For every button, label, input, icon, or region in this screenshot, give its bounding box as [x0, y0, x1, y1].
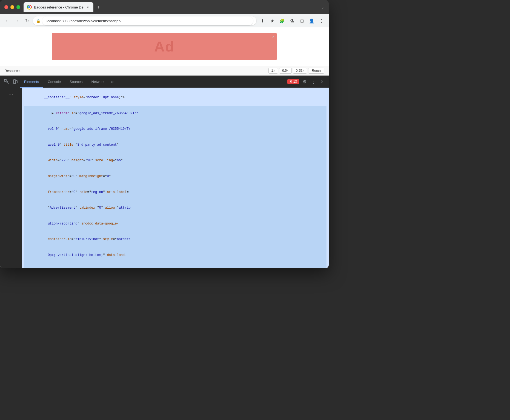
preview-05x-button[interactable]: 0.5×: [279, 68, 292, 74]
element-iframe-line-8: ution-reporting" srcdoc data-google-: [24, 216, 326, 232]
lock-icon: 🔒: [36, 19, 41, 23]
menu-icon[interactable]: ⋮: [318, 17, 325, 25]
error-icon: ✖: [290, 80, 292, 84]
extension-icon[interactable]: 🧩: [278, 17, 286, 25]
element-picker-icon[interactable]: [2, 77, 11, 86]
element-iframe-line-5: marginwidth="0" marginheight="0": [24, 169, 326, 185]
dt-sidebar: ...: [0, 88, 22, 268]
svg-rect-2: [16, 80, 17, 83]
resources-label: Resources: [4, 69, 21, 73]
tab-network[interactable]: Network: [87, 76, 109, 88]
element-line-1: __container__" style="border: 0pt none;"…: [24, 90, 326, 106]
more-tabs-button[interactable]: »: [109, 79, 116, 85]
elements-panel: __container__" style="border: 0pt none;"…: [22, 88, 329, 268]
profile-icon[interactable]: 👤: [308, 17, 316, 25]
back-button[interactable]: ←: [3, 17, 11, 25]
devtools-panel: Elements Console Sources Network » ✖ 13 …: [0, 76, 329, 268]
devtools-main: ... __container__" style="border: 0pt no…: [0, 88, 329, 268]
element-iframe-line-7: "Advertisement" tabindex="0" allow="attr…: [24, 200, 326, 216]
share-icon[interactable]: ⬆: [259, 17, 266, 25]
new-tab-button[interactable]: +: [94, 3, 103, 11]
devtools-tab-bar: Elements Console Sources Network » ✖ 13 …: [0, 76, 329, 88]
svg-rect-0: [4, 79, 6, 81]
lab-icon[interactable]: ⚗: [288, 17, 296, 25]
traffic-lights: [4, 5, 20, 9]
preview-bar: Resources 1× 0.5× 0.25× Rerun: [0, 66, 329, 76]
title-bar: Badges reference - Chrome De × + ⌄: [0, 0, 329, 14]
address-bar: ← → ↻ 🔒 ⬆ ★ 🧩 ⚗ ⊡ 👤 ⋮: [0, 14, 329, 27]
tab-bar: Badges reference - Chrome De × + ⌄: [24, 2, 324, 12]
rerun-button[interactable]: Rerun: [308, 68, 324, 74]
svg-rect-1: [13, 80, 16, 84]
window-icon[interactable]: ⊡: [298, 17, 306, 25]
address-input-container[interactable]: 🔒: [33, 16, 256, 25]
preview-buttons: 1× 0.5× 0.25× Rerun: [268, 68, 324, 74]
ad-close-button[interactable]: ×: [272, 34, 274, 39]
selected-element-block[interactable]: ▶ <iframe id="google_ads_iframe_/6355419…: [24, 106, 326, 268]
tab-console[interactable]: Console: [43, 76, 65, 88]
device-mode-icon[interactable]: [11, 77, 20, 86]
element-iframe-line-11: complete="true">…</iframe> ad == $0: [24, 263, 326, 268]
element-iframe-line-2: vel_0" name="google_ads_iframe_/6355419/…: [24, 121, 326, 137]
refresh-button[interactable]: ↻: [23, 17, 31, 25]
devtools-close-button[interactable]: ×: [318, 77, 326, 86]
page-content: Ad ×: [0, 27, 329, 66]
error-count: 13: [293, 80, 297, 84]
element-iframe-line-4: width="728" height="90" scrolling="no": [24, 153, 326, 169]
forward-button[interactable]: →: [13, 17, 21, 25]
settings-button[interactable]: ⚙: [300, 77, 309, 86]
tab-sources[interactable]: Sources: [65, 76, 87, 88]
elements-content[interactable]: __container__" style="border: 0pt none;"…: [22, 88, 329, 268]
tab-title: Badges reference - Chrome De: [34, 5, 84, 9]
element-iframe-line: ▶ <iframe id="google_ads_iframe_/6355419…: [24, 106, 326, 122]
tab-expand-button[interactable]: ⌄: [321, 5, 324, 9]
active-tab[interactable]: Badges reference - Chrome De ×: [24, 2, 93, 12]
ad-banner: Ad ×: [52, 33, 277, 60]
element-iframe-line-9: container-id="f1ni07lvihot" style="borde…: [24, 232, 326, 248]
tab-elements[interactable]: Elements: [20, 76, 43, 88]
error-badge[interactable]: ✖ 13: [287, 79, 299, 84]
maximize-button[interactable]: [16, 5, 20, 9]
sidebar-dots[interactable]: ...: [8, 90, 13, 96]
devtools-more-button[interactable]: ⋮: [309, 77, 318, 86]
ad-text: Ad: [154, 38, 174, 55]
preview-1x-button[interactable]: 1×: [268, 68, 278, 74]
minimize-button[interactable]: [10, 5, 14, 9]
close-button[interactable]: [4, 5, 8, 9]
chrome-logo-icon: [27, 5, 32, 10]
element-iframe-line-3: avel_0" title="3rd party ad content": [24, 137, 326, 153]
url-input[interactable]: [42, 16, 253, 25]
preview-025x-button[interactable]: 0.25×: [293, 68, 307, 74]
tab-close-button[interactable]: ×: [86, 5, 90, 9]
bookmark-icon[interactable]: ★: [268, 17, 276, 25]
element-iframe-line-10: 0px; vertical-align: bottom;" data-load-: [24, 248, 326, 263]
element-iframe-line-6: frameborder="0" role="region" aria-label…: [24, 184, 326, 200]
